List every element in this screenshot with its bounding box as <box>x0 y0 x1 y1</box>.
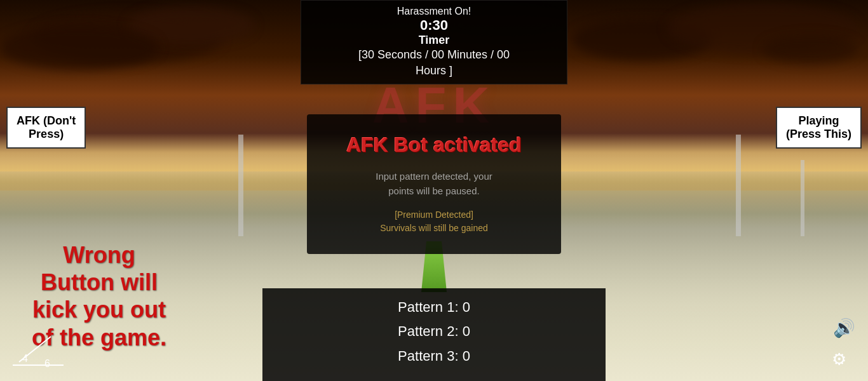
playing-button[interactable]: Playing (Press This) <box>776 107 862 149</box>
pole-far-right <box>801 160 804 236</box>
afk-modal-title: AFK Bot activated <box>345 133 523 157</box>
pattern-panel: Pattern 1: 0 Pattern 2: 0 Pattern 3: 0 <box>262 288 606 381</box>
afk-modal-description: Input pattern detected, your points will… <box>345 170 523 198</box>
pole-right <box>736 135 741 236</box>
afk-button[interactable]: AFK (Don't Press) <box>6 107 86 149</box>
top-info-panel: Harassment On! 0:30 Timer [30 Seconds / … <box>301 0 567 84</box>
pattern-2-label: Pattern 2: <box>398 323 458 339</box>
compass-lines <box>13 330 64 368</box>
pattern-1-row: Pattern 1: 0 <box>313 298 555 318</box>
pattern-1-value: 0 <box>463 299 470 315</box>
timer-label: Timer <box>314 34 554 47</box>
timer-detail: [30 Seconds / 00 Minutes / 00 Hours ] <box>314 47 554 79</box>
afk-modal-premium: [Premium Detected] Survivals will still … <box>345 208 523 235</box>
pattern-1-label: Pattern 1: <box>398 299 458 315</box>
pole-left <box>238 135 243 236</box>
compass <box>13 330 64 368</box>
pattern-3-row: Pattern 3: 0 <box>313 347 555 366</box>
pattern-3-label: Pattern 3: <box>398 348 458 364</box>
pattern-3-value: 0 <box>463 348 470 364</box>
pattern-2-value: 0 <box>463 323 470 339</box>
afk-bot-modal: AFK Bot activated Input pattern detected… <box>307 114 561 254</box>
harassment-title: Harassment On! <box>314 6 554 17</box>
pattern-2-row: Pattern 2: 0 <box>313 322 555 342</box>
sound-icon[interactable]: 🔊 <box>833 318 858 343</box>
settings-icon[interactable]: ⚙ <box>833 346 858 371</box>
timer-display: 0:30 <box>314 17 554 34</box>
